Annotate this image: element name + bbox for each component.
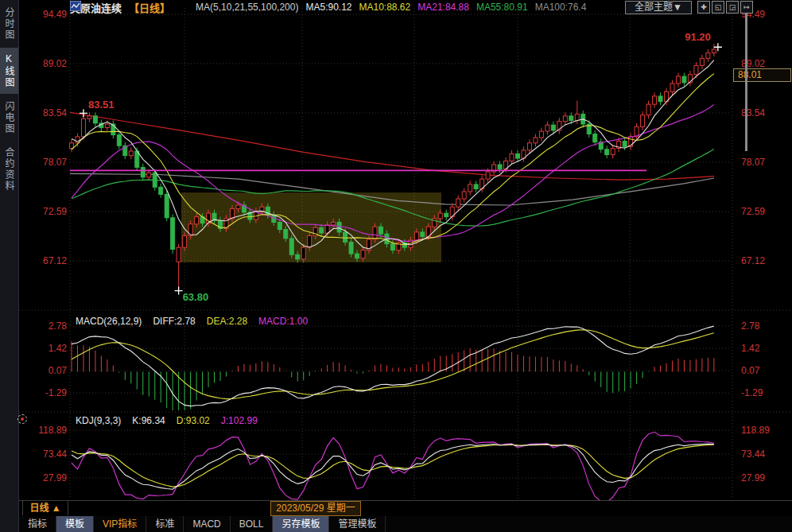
- candlesticks: [70, 44, 716, 290]
- page-forward-icon[interactable]: ↦: [740, 1, 753, 14]
- svg-text:0.07: 0.07: [741, 365, 760, 376]
- kdj-title: KDJ(9,3,3): [76, 415, 121, 426]
- kdj-k-value: K:96.34: [132, 415, 165, 426]
- svg-text:72.59: 72.59: [741, 206, 765, 217]
- sidebar-item-contract-info[interactable]: 合约资料: [0, 142, 18, 197]
- svg-text:63.80: 63.80: [183, 291, 209, 303]
- header-toolbar: ✚ ◱ ◲ ↦: [697, 1, 753, 14]
- svg-text:1.42: 1.42: [49, 343, 68, 354]
- tab-standard[interactable]: 标准: [146, 516, 184, 532]
- ma-params-label: MA(5,10,21,55,100,200): [196, 2, 298, 13]
- tab-manage-template[interactable]: 管理模板: [329, 516, 386, 532]
- period-tag: 【日线】: [129, 0, 170, 15]
- svg-text:2.78: 2.78: [49, 320, 68, 332]
- chart-type-icon[interactable]: [177, 2, 188, 13]
- kdj-j-value: J:102.99: [221, 415, 258, 426]
- period-arrow-icon: ▲: [52, 503, 61, 514]
- svg-text:78.07: 78.07: [43, 157, 67, 168]
- tab-templates[interactable]: 模板: [56, 516, 94, 532]
- macd-lines: [72, 326, 714, 406]
- theme-dropdown-button[interactable]: 全部主题▼: [625, 1, 692, 14]
- svg-text:118.89: 118.89: [38, 425, 67, 436]
- macd-histogram: [72, 341, 714, 410]
- svg-text:1.42: 1.42: [741, 343, 760, 354]
- pan-icon[interactable]: ✚: [697, 1, 710, 14]
- tab-indicators[interactable]: 指标: [19, 516, 56, 532]
- macd-macd-value: MACD:1.00: [258, 316, 308, 327]
- kdj-settings-icon[interactable]: [17, 414, 27, 424]
- sidebar-item-time-chart[interactable]: 分时图: [0, 2, 18, 46]
- bottom-toolbar: 指标 模板 VIP指标 标准 MACD BOLL 另存模板 管理模板: [19, 516, 792, 532]
- kdj-d-value: D:93.02: [177, 415, 210, 426]
- right-scrollbar-thumb[interactable]: [745, 6, 747, 151]
- svg-text:27.99: 27.99: [43, 472, 67, 483]
- macd-title: MACD(26,12,9): [76, 316, 142, 327]
- date-axis-row: 日线 ▲ 2023/05/29 星期一: [19, 500, 792, 517]
- ma100-value: MA100:76.4: [535, 2, 587, 13]
- kdj-lines: [72, 432, 714, 503]
- svg-text:73.44: 73.44: [741, 449, 765, 460]
- ma10-value: MA10:88.62: [359, 2, 411, 13]
- tab-save-template[interactable]: 另存模板: [273, 516, 329, 532]
- svg-text:2.78: 2.78: [741, 320, 760, 332]
- svg-text:27.99: 27.99: [741, 472, 765, 483]
- sidebar-item-kline-chart[interactable]: K线图: [0, 48, 18, 94]
- chart-window: 分时图 K线图 闪电图 合约资料 美原油连续 【日线】 MA(5,10,21,5…: [0, 0, 792, 532]
- period-selector[interactable]: 日线 ▲: [22, 501, 68, 515]
- current-price-tag: 88.01: [733, 68, 791, 82]
- svg-text:67.12: 67.12: [43, 255, 67, 266]
- svg-text:-1.29: -1.29: [741, 387, 763, 398]
- svg-text:83.51: 83.51: [88, 99, 115, 111]
- selected-date-box: 2023/05/29 星期一: [270, 501, 361, 516]
- svg-text:67.12: 67.12: [741, 255, 765, 266]
- tab-boll[interactable]: BOLL: [231, 516, 274, 532]
- macd-axis-labels: 2.782.781.421.420.070.07-1.29-1.29: [45, 320, 763, 398]
- svg-text:89.02: 89.02: [43, 58, 67, 69]
- fit-right-icon[interactable]: ◲: [726, 1, 739, 14]
- svg-text:83.54: 83.54: [43, 107, 67, 118]
- svg-text:94.49: 94.49: [43, 9, 67, 20]
- kdj-label-row: KDJ(9,3,3) K:96.34 D:93.02 J:102.99: [76, 415, 258, 426]
- svg-text:73.44: 73.44: [43, 449, 67, 460]
- tab-vip-indicators[interactable]: VIP指标: [94, 516, 146, 532]
- macd-diff-value: DIFF:2.78: [153, 316, 195, 327]
- svg-text:91.20: 91.20: [685, 31, 711, 43]
- svg-text:118.89: 118.89: [741, 425, 770, 436]
- macd-label-row: MACD(26,12,9) DIFF:2.78 DEA:2.28 MACD:1.…: [76, 316, 308, 327]
- chart-canvas[interactable]: 94.4994.4989.0289.0283.5483.5478.0778.07…: [0, 0, 792, 532]
- fit-left-icon[interactable]: ◱: [712, 1, 724, 14]
- macd-dea-value: DEA:2.28: [207, 316, 247, 327]
- chart-header: 美原油连续 【日线】 MA(5,10,21,55,100,200) MA5:90…: [70, 1, 586, 14]
- ma55-value: MA55:80.91: [476, 2, 528, 13]
- left-sidebar: 分时图 K线图 闪电图 合约资料: [0, 0, 19, 532]
- tab-macd[interactable]: MACD: [184, 516, 230, 532]
- svg-text:-1.29: -1.29: [45, 387, 68, 398]
- svg-text:72.59: 72.59: [43, 206, 67, 217]
- ma5-value: MA5:90.12: [305, 2, 351, 13]
- svg-text:0.07: 0.07: [49, 365, 68, 376]
- ma21-value: MA21:84.88: [417, 2, 469, 13]
- svg-text:78.07: 78.07: [741, 157, 765, 168]
- sidebar-item-lightning-chart[interactable]: 闪电图: [0, 95, 18, 140]
